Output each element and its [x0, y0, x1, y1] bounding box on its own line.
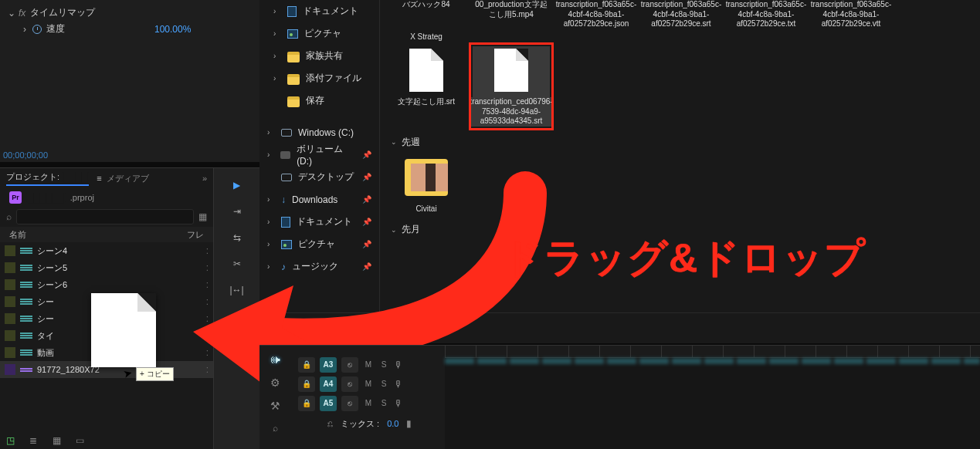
sync-lock-icon[interactable]: ⎋ — [341, 357, 358, 373]
speaker-icon[interactable]: 🕪 — [270, 353, 280, 366]
sidebar-item-family[interactable]: ›家族共有 — [259, 45, 379, 67]
file-item[interactable]: transcription_f063a65c-4cbf-4c8a-9ba1-af… — [643, 0, 720, 29]
sidebar-item-drive-c[interactable]: ›Windows (C:) — [259, 121, 379, 143]
file-item-folder[interactable]: Civitai — [388, 154, 465, 214]
status-text: 個の項目 | 1 個の項目 — [270, 322, 360, 335]
slip-tool-icon[interactable]: |↔| — [229, 282, 245, 298]
icon-view-icon[interactable]: ▦ — [49, 434, 63, 447]
explorer-status-bar: 個の項目 | 1 個の項目 — [259, 312, 980, 343]
list-item[interactable]: シーン5: — [0, 259, 213, 276]
sequence-name: シーン6 — [37, 279, 67, 291]
search-filter-icon[interactable]: ▦ — [198, 211, 207, 222]
sidebar-item-pictures[interactable]: ›ピクチャ — [259, 22, 379, 45]
file-item[interactable]: X Strateg — [388, 32, 465, 42]
freeform-view-icon[interactable]: ▭ — [73, 434, 86, 447]
file-item-selected[interactable]: transcription_ced06796-7539-48dc-94a9-a9… — [473, 46, 550, 127]
file-item[interactable]: transcription_f063a65c-4cbf-4c8a-9ba1-af… — [727, 0, 805, 29]
timeline-ruler[interactable] — [445, 346, 980, 358]
project-column-header[interactable]: 名前 フレ — [0, 227, 213, 242]
mute-button[interactable]: M — [363, 399, 374, 407]
sidebar-item-desktop[interactable]: デスクトップ📌 — [259, 166, 379, 188]
mute-button[interactable]: M — [363, 360, 374, 369]
voiceover-icon[interactable]: 🎙 — [394, 360, 403, 370]
sidebar-item-documents[interactable]: ›ドキュメント — [259, 0, 379, 22]
project-file-ext: .prproj — [70, 193, 94, 202]
panel-menu-icon[interactable]: ≡ — [97, 174, 101, 183]
sidebar-item-save[interactable]: 保存 — [259, 89, 379, 112]
sidebar-item-attach[interactable]: ›添付ファイル — [259, 67, 379, 89]
pen-tool-icon[interactable]: ✎ — [229, 309, 245, 324]
track-target-button[interactable]: A5 — [320, 396, 337, 411]
mix-row[interactable]: ⎌ ミックス : 0.0 ▮ — [290, 413, 437, 434]
sidebar-item-music[interactable]: ›♪ュージック📌 — [259, 255, 379, 278]
list-item[interactable]: シーン4: — [0, 242, 213, 259]
meter-icon: ▮ — [406, 418, 412, 429]
audio-track-row[interactable]: 🔒 A4 ⎋ M S 🎙 — [290, 374, 437, 393]
tab-media[interactable]: メディアブ — [107, 173, 149, 184]
mute-button[interactable]: M — [363, 380, 374, 388]
sequence-icon — [20, 314, 32, 323]
sequence-icon — [20, 280, 32, 289]
track-select-tool-icon[interactable]: ⇥ — [229, 204, 245, 219]
sequence-name: シー — [37, 313, 54, 325]
file-name: transcription_f063a65c-4cbf-4c8a-9ba1-af… — [811, 0, 892, 29]
list-item[interactable]: シーン6: — [0, 276, 213, 293]
search-icon[interactable]: ⌕ — [273, 423, 278, 434]
voiceover-icon[interactable]: 🎙 — [394, 379, 403, 390]
solo-button[interactable]: S — [378, 360, 389, 369]
stopwatch-icon[interactable] — [32, 25, 42, 34]
wrench-icon[interactable]: ⚒ — [270, 400, 280, 412]
selection-tool-icon[interactable]: ▶ — [229, 177, 245, 193]
property-label: 速度 — [46, 22, 65, 35]
file-item[interactable]: バズハック84 — [388, 0, 465, 29]
sidebar-item-pictures-2[interactable]: ›ピクチャ📌 — [259, 233, 379, 255]
new-item-icon[interactable]: ◳ — [3, 434, 17, 447]
fx-icon: fx — [19, 8, 25, 19]
project-file-row[interactable]: Pr ██████ .prproj — [0, 188, 213, 207]
sidebar-label: ピクチャ — [304, 27, 341, 40]
file-item[interactable]: transcription_f063a65c-4cbf-4c8a-9ba1-af… — [558, 0, 635, 29]
ripple-tool-icon[interactable]: ⇆ — [229, 230, 245, 245]
lock-icon[interactable]: 🔒 — [298, 376, 315, 392]
group-header-lastweek[interactable]: ⌄先週 — [380, 131, 980, 154]
mix-label: ミックス : — [341, 418, 379, 430]
voiceover-icon[interactable]: 🎙 — [394, 398, 403, 409]
razor-tool-icon[interactable]: ✂ — [229, 256, 245, 272]
drive-icon — [280, 151, 290, 159]
solo-button[interactable]: S — [378, 380, 389, 388]
audio-track-row[interactable]: 🔒 A5 ⎋ M S 🎙 — [290, 393, 437, 413]
search-input[interactable] — [16, 209, 194, 224]
mix-value[interactable]: 0.0 — [387, 419, 398, 428]
sync-lock-icon[interactable]: ⎋ — [341, 396, 358, 411]
audio-track-row[interactable]: 🔒 A3 ⎋ M S 🎙 — [290, 355, 437, 374]
sidebar-label: ピクチャ — [298, 238, 335, 251]
settings-icon[interactable]: ⚙ — [270, 376, 280, 389]
timeline-clip-area[interactable] — [445, 358, 980, 449]
file-name: バズハック84 — [402, 0, 449, 10]
sequence-name: 動画 — [37, 347, 54, 359]
solo-button[interactable]: S — [378, 399, 389, 407]
track-target-button[interactable]: A3 — [320, 357, 337, 373]
rectangle-tool-icon[interactable]: ▭ — [229, 335, 245, 350]
file-item[interactable]: 文字起こし用.srt — [388, 46, 465, 127]
list-view-icon[interactable]: ≣ — [26, 434, 40, 447]
timecode-display[interactable]: 00;00;00;00 — [3, 150, 48, 160]
file-name: 文字起こし用.srt — [398, 97, 455, 107]
link-icon[interactable]: ⎌ — [327, 418, 333, 429]
sync-lock-icon[interactable]: ⎋ — [341, 376, 358, 392]
lock-icon[interactable]: 🔒 — [298, 357, 315, 373]
tabs-overflow-icon[interactable]: » — [202, 174, 207, 183]
speed-value[interactable]: 100.00% — [154, 24, 191, 35]
sidebar-item-downloads[interactable]: ›↓Downloads📌 — [259, 188, 379, 211]
sidebar-item-documents-2[interactable]: ›ドキュメント📌 — [259, 211, 379, 233]
search-icon[interactable]: ⌕ — [6, 211, 12, 222]
sidebar-item-drive-d[interactable]: ›ボリューム (D:)📌 — [259, 143, 379, 166]
effect-time-remap[interactable]: ⌄ fx タイムリマップ — [8, 5, 252, 21]
track-target-button[interactable]: A4 — [320, 376, 337, 392]
lock-icon[interactable]: 🔒 — [298, 396, 315, 411]
file-item[interactable]: transcription_f063a65c-4cbf-4c8a-9ba1-af… — [812, 0, 890, 29]
file-item[interactable]: 00_production文字起こし用5.mp4 — [473, 0, 550, 29]
effect-speed-row[interactable]: › 速度 100.00% — [8, 21, 252, 37]
file-name: X Strateg — [410, 32, 443, 42]
tab-project[interactable]: プロジェクト: ████ — [6, 171, 89, 186]
